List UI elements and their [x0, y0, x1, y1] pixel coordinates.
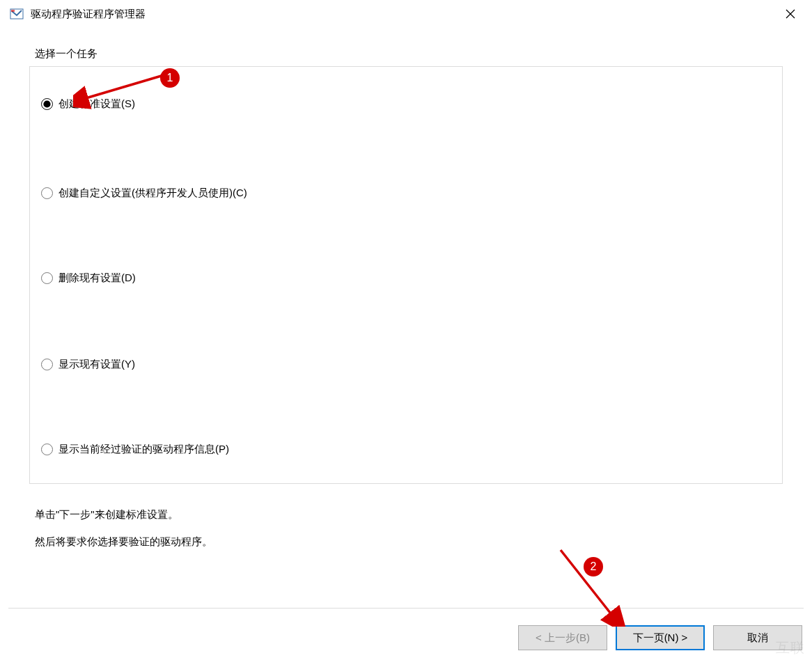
- radio-display-verified[interactable]: 显示当前经过验证的驱动程序信息(P): [41, 443, 229, 456]
- radio-create-standard[interactable]: 创建标准设置(S): [41, 97, 135, 111]
- radio-display-verified-label: 显示当前经过验证的驱动程序信息(P): [58, 443, 229, 456]
- annotation-badge-2: 2: [584, 557, 603, 576]
- group-label: 选择一个任务: [35, 47, 783, 61]
- svg-rect-1: [11, 10, 15, 12]
- separator-line: [8, 608, 804, 609]
- radio-display-existing-input[interactable]: [41, 359, 53, 370]
- radio-delete-existing-input[interactable]: [41, 272, 53, 284]
- description-line-1: 单击"下一步"来创建标准设置。: [35, 501, 783, 528]
- radio-delete-existing-label: 删除现有设置(D): [58, 272, 136, 285]
- radio-display-verified-input[interactable]: [41, 444, 53, 455]
- description-text: 单击"下一步"来创建标准设置。 然后将要求你选择要验证的驱动程序。: [29, 501, 783, 555]
- next-button[interactable]: 下一页(N) >: [616, 625, 705, 650]
- radio-create-standard-label: 创建标准设置(S): [58, 97, 135, 111]
- content-area: 选择一个任务 创建标准设置(S) 创建自定义设置(供程序开发人员使用)(C) 删…: [0, 28, 812, 555]
- radio-create-standard-input[interactable]: [41, 98, 53, 110]
- window-title: 驱动程序验证程序管理器: [31, 8, 774, 21]
- annotation-arrow-2: [547, 543, 630, 627]
- button-bar: < 上一步(B) 下一页(N) > 取消: [518, 625, 802, 650]
- app-icon: [10, 7, 24, 21]
- svg-line-5: [561, 550, 613, 616]
- radio-create-custom-input[interactable]: [41, 187, 53, 199]
- close-icon: [786, 9, 795, 19]
- titlebar: 驱动程序验证程序管理器: [0, 0, 812, 28]
- radio-display-existing-label: 显示现有设置(Y): [58, 358, 135, 371]
- radio-create-custom-label: 创建自定义设置(供程序开发人员使用)(C): [58, 187, 247, 200]
- cancel-button[interactable]: 取消: [713, 625, 802, 650]
- back-button: < 上一步(B): [518, 625, 607, 650]
- description-line-2: 然后将要求你选择要验证的驱动程序。: [35, 528, 783, 555]
- radio-display-existing[interactable]: 显示现有设置(Y): [41, 358, 135, 371]
- close-button[interactable]: [774, 3, 806, 25]
- radio-delete-existing[interactable]: 删除现有设置(D): [41, 272, 136, 285]
- radio-create-custom[interactable]: 创建自定义设置(供程序开发人员使用)(C): [41, 187, 247, 200]
- task-groupbox: 创建标准设置(S) 创建自定义设置(供程序开发人员使用)(C) 删除现有设置(D…: [29, 66, 783, 484]
